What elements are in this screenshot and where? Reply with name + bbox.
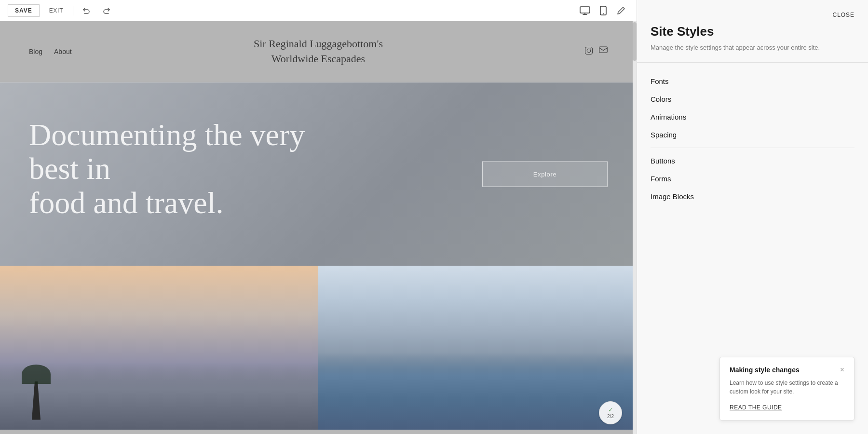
panel-close-button[interactable]: CLOSE — [833, 10, 854, 20]
tooltip-header: Making style changes × — [730, 366, 844, 374]
panel-subtitle: Manage the style settings that appear ac… — [651, 43, 854, 53]
svg-rect-3 — [585, 47, 593, 54]
check-icon: ✓ — [608, 406, 613, 414]
scrollbar-thumb[interactable] — [633, 22, 637, 61]
site-social — [584, 46, 608, 57]
redo-icon — [102, 6, 111, 15]
redo-button[interactable] — [99, 4, 114, 17]
mobile-icon — [600, 6, 607, 15]
nav-buttons[interactable]: Buttons — [651, 152, 854, 170]
nav-group-2: Buttons Forms Image Blocks — [651, 152, 854, 205]
nav-divider — [651, 148, 854, 148]
nav-spacing[interactable]: Spacing — [651, 126, 854, 144]
editor-area: SAVE EXIT — [0, 0, 637, 434]
tooltip-title: Making style changes — [730, 366, 800, 374]
tooltip-body: Learn how to use style settings to creat… — [730, 379, 844, 396]
site-nav: Blog About — [29, 48, 72, 55]
panel-header: CLOSE — [637, 0, 868, 20]
site-header: Blog About Sir Reginald Luggagebottom's … — [0, 21, 637, 82]
explore-button[interactable]: Explore — [482, 161, 608, 187]
email-icon[interactable] — [599, 46, 608, 57]
undo-icon — [82, 6, 91, 15]
pencil-icon — [616, 6, 626, 15]
site-styles-panel: CLOSE Site Styles Manage the style setti… — [637, 0, 868, 434]
pencil-button[interactable] — [613, 4, 629, 17]
hero-button-container: Explore — [482, 161, 608, 187]
toolbar: SAVE EXIT — [0, 0, 637, 21]
nav-image-blocks[interactable]: Image Blocks — [651, 188, 854, 205]
nav-group-1: Fonts Colors Animations Spacing — [651, 72, 854, 144]
hero-text: Documenting the very best in food and tr… — [29, 118, 318, 220]
image-card-right — [318, 266, 637, 430]
image-grid — [0, 266, 637, 430]
nav-about[interactable]: About — [54, 48, 72, 55]
save-button[interactable]: SAVE — [8, 4, 40, 17]
nav-animations[interactable]: Animations — [651, 108, 854, 126]
undo-button[interactable] — [79, 4, 94, 17]
page-badge: ✓ 2/2 — [599, 401, 622, 424]
svg-rect-6 — [599, 47, 608, 53]
svg-point-2 — [603, 13, 604, 14]
mobile-view-button[interactable] — [597, 4, 610, 17]
hero-section: Documenting the very best in food and tr… — [0, 82, 637, 266]
nav-colors[interactable]: Colors — [651, 90, 854, 108]
panel-nav: Fonts Colors Animations Spacing Buttons … — [637, 63, 868, 217]
scrollbar-track[interactable] — [633, 21, 637, 434]
panel-title-area: Site Styles Manage the style settings th… — [637, 20, 868, 63]
website-preview[interactable]: Blog About Sir Reginald Luggagebottom's … — [0, 21, 637, 434]
site-title: Sir Reginald Luggagebottom's Worldwide E… — [29, 37, 608, 67]
tree-top — [22, 365, 51, 384]
desktop-icon — [580, 6, 590, 15]
tooltip-card: Making style changes × Learn how to use … — [719, 357, 854, 420]
desktop-view-button[interactable] — [577, 4, 593, 17]
page-counter: 2/2 — [607, 414, 614, 420]
svg-point-5 — [590, 48, 591, 49]
instagram-icon[interactable] — [584, 46, 593, 57]
toolbar-right — [577, 4, 629, 17]
svg-point-4 — [587, 49, 591, 53]
nav-forms[interactable]: Forms — [651, 170, 854, 188]
image-card-left — [0, 266, 318, 430]
exit-button[interactable]: EXIT — [45, 5, 68, 16]
nav-blog[interactable]: Blog — [29, 48, 42, 55]
svg-rect-0 — [580, 7, 590, 13]
tooltip-close-button[interactable]: × — [840, 366, 844, 374]
panel-title: Site Styles — [651, 24, 854, 39]
tooltip-read-guide-link[interactable]: READ THE GUIDE — [730, 404, 782, 411]
nav-fonts[interactable]: Fonts — [651, 72, 854, 90]
toolbar-divider — [73, 6, 73, 15]
mountain-right-overlay — [318, 353, 637, 430]
